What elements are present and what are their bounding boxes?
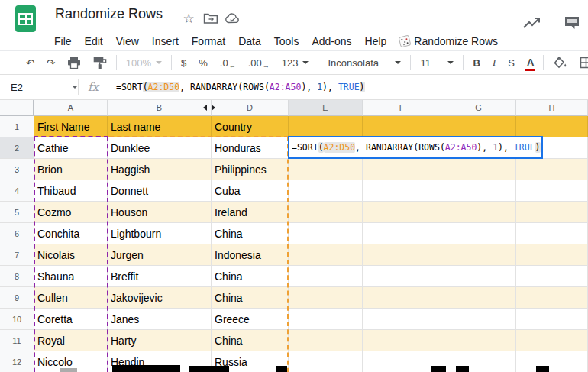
cell-d6[interactable]: China [212, 223, 289, 244]
cell-f7[interactable] [363, 244, 441, 266]
row-header-8[interactable]: 8 [0, 266, 34, 287]
comment-button[interactable] [562, 13, 582, 33]
column-header-h[interactable]: H [516, 100, 588, 116]
cell-d10[interactable]: Greece [212, 309, 289, 330]
cell-b10[interactable]: Janes [108, 309, 212, 330]
cell-b2[interactable]: Dunklee [108, 137, 212, 159]
redo-button[interactable]: ↷ [40, 53, 61, 72]
cell-b9[interactable]: Jakovijevic [108, 287, 212, 309]
cell-a7[interactable]: Nicolais [34, 244, 108, 266]
menu-addons[interactable]: Add-ons [312, 35, 351, 47]
select-all-corner[interactable] [0, 100, 34, 116]
column-header-d[interactable]: D [212, 100, 289, 116]
cell-b8[interactable]: Breffit [108, 266, 212, 287]
cell-g11[interactable] [441, 330, 516, 351]
row-header-10[interactable]: 10 [0, 309, 34, 330]
cell-f10[interactable] [363, 309, 441, 330]
cell-e9[interactable] [289, 287, 363, 309]
text-color-button[interactable]: A [521, 53, 540, 72]
cell-a11[interactable]: Royal [34, 330, 108, 351]
cell-e1[interactable] [289, 116, 363, 137]
row-header-5[interactable]: 5 [0, 202, 34, 223]
document-title[interactable]: Randomize Rows [55, 6, 163, 22]
fill-color-button[interactable] [547, 53, 573, 72]
cell-e3[interactable] [289, 159, 363, 180]
cell-a1[interactable]: First Name [34, 116, 108, 137]
row-header-2[interactable]: 2 [0, 137, 34, 159]
cell-b3[interactable]: Haggish [108, 159, 212, 180]
formula-bar-input[interactable]: =SORT(A2:D50, RANDARRAY(ROWS(A2:A50), 1)… [116, 82, 365, 92]
row-header-7[interactable]: 7 [0, 244, 34, 266]
cell-h10[interactable] [516, 309, 588, 330]
cell-d3[interactable]: Philippines [212, 159, 289, 180]
cell-a3[interactable]: Brion [34, 159, 108, 180]
decrease-decimal-button[interactable]: .0← [214, 53, 242, 72]
cell-e8[interactable] [289, 266, 363, 287]
row-header-4[interactable]: 4 [0, 180, 34, 202]
cell-e10[interactable] [289, 309, 363, 330]
cell-b11[interactable]: Harty [108, 330, 212, 351]
cell-d9[interactable]: China [212, 287, 289, 309]
cell-b1[interactable]: Last name [108, 116, 212, 137]
cell-g8[interactable] [441, 266, 516, 287]
cell-b4[interactable]: Donnett [108, 180, 212, 202]
explore-trending-button[interactable] [522, 13, 542, 33]
cell-h7[interactable] [516, 244, 588, 266]
cell-e11[interactable] [289, 330, 363, 351]
column-header-e[interactable]: E [289, 100, 363, 116]
menu-data[interactable]: Data [238, 35, 261, 47]
cell-d11[interactable]: China [212, 330, 289, 351]
row-header-9[interactable]: 9 [0, 287, 34, 309]
cell-a10[interactable]: Coretta [34, 309, 108, 330]
cell-e12[interactable] [289, 351, 363, 372]
menu-randomize-rows-addon[interactable]: Randomize Rows [399, 35, 498, 47]
cell-a9[interactable]: Cullen [34, 287, 108, 309]
row-header-12[interactable]: 12 [0, 351, 34, 372]
cell-e4[interactable] [289, 180, 363, 202]
menu-help[interactable]: Help [365, 35, 387, 47]
cell-f11[interactable] [363, 330, 441, 351]
cell-f9[interactable] [363, 287, 441, 309]
cell-f5[interactable] [363, 202, 441, 223]
column-header-f[interactable]: F [363, 100, 441, 116]
star-icon[interactable]: ☆ [180, 10, 197, 27]
cell-e5[interactable] [289, 202, 363, 223]
cell-h1[interactable] [516, 116, 588, 137]
cell-d1[interactable]: Country [212, 116, 289, 137]
cell-h9[interactable] [516, 287, 588, 309]
cell-a2[interactable]: Cathie [34, 137, 108, 159]
cell-g4[interactable] [441, 180, 516, 202]
cell-h8[interactable] [516, 266, 588, 287]
cell-a4[interactable]: Thibaud [34, 180, 108, 202]
strikethrough-button[interactable]: S [502, 53, 521, 72]
row-header-6[interactable]: 6 [0, 223, 34, 244]
cell-g10[interactable] [441, 309, 516, 330]
cell-h3[interactable] [516, 159, 588, 180]
cell-f12[interactable] [363, 351, 441, 372]
cell-a8[interactable]: Shauna [34, 266, 108, 287]
cell-g6[interactable] [441, 223, 516, 244]
column-header-g[interactable]: G [441, 100, 516, 116]
cell-h6[interactable] [516, 223, 588, 244]
cell-a5[interactable]: Cozmo [34, 202, 108, 223]
font-size-select[interactable]: 11 [414, 53, 460, 72]
paint-format-button[interactable] [87, 53, 113, 72]
menu-insert[interactable]: Insert [152, 35, 179, 47]
format-percent-button[interactable]: % [192, 53, 214, 72]
cell-h5[interactable] [516, 202, 588, 223]
number-format-select[interactable]: 123 [276, 53, 315, 72]
format-currency-button[interactable]: $ [175, 53, 192, 72]
cell-f4[interactable] [363, 180, 441, 202]
cell-d5[interactable]: Ireland [212, 202, 289, 223]
cell-b7[interactable]: Jurgen [108, 244, 212, 266]
cell-g3[interactable] [441, 159, 516, 180]
italic-button[interactable]: I [486, 53, 502, 72]
font-select[interactable]: Inconsolata [321, 53, 407, 72]
column-header-a[interactable]: A [34, 100, 108, 116]
cell-d7[interactable]: Indonesia [212, 244, 289, 266]
cell-f1[interactable] [363, 116, 441, 137]
menu-file[interactable]: File [54, 35, 72, 47]
sheets-logo-icon[interactable] [15, 5, 36, 32]
cell-b6[interactable]: Lightbourn [108, 223, 212, 244]
cell-f6[interactable] [363, 223, 441, 244]
